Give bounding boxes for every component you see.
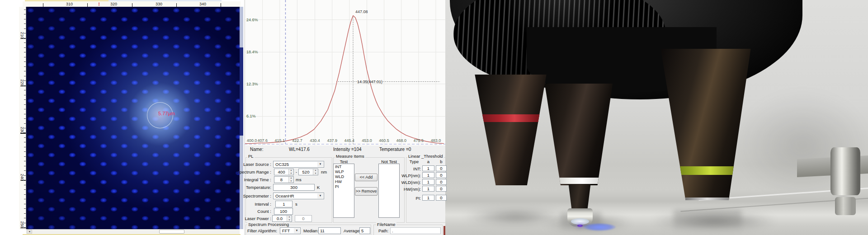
list-item[interactable]: HW	[335, 179, 353, 184]
threshold-a-field[interactable]: 1	[422, 179, 434, 185]
laser-power-value: 0.0	[273, 216, 287, 221]
temperature-unit: K	[317, 185, 320, 190]
laser-power-stepper[interactable]: 0.0 ▲▼	[272, 215, 292, 222]
spectrum-chart-canvas: 400.0407.6415.1422.7430.4437.9445.4453.0…	[245, 0, 446, 146]
svg-text:6.1%: 6.1%	[246, 114, 256, 118]
interval-unit: s	[295, 202, 297, 207]
integral-time-unit: ms	[296, 177, 302, 182]
add-button[interactable]: << Add	[355, 174, 377, 181]
horizontal-scrollbar[interactable]	[26, 229, 240, 234]
interval-field[interactable]: 1	[275, 201, 292, 207]
spectrometer-select[interactable]: OceanHR ▼	[273, 193, 324, 199]
spinner-down-icon[interactable]: ▼	[289, 180, 293, 183]
threshold-row-label: WLD(nm):	[401, 180, 421, 185]
objective-red-ring	[473, 114, 548, 122]
filter-algorithm-value: FFT	[282, 228, 290, 233]
laser-source-select[interactable]: OC325 ▼	[273, 161, 324, 168]
median-label: Median:	[303, 228, 319, 233]
scrollbar-left-arrow-icon[interactable]: ◄	[27, 230, 32, 234]
threshold-row-label: INT:	[413, 166, 421, 171]
svg-text:400.0: 400.0	[247, 138, 257, 143]
threshold-col-type: Type	[407, 159, 421, 164]
median-field[interactable]: 11	[318, 227, 341, 234]
horizontal-scrollbar-thumb[interactable]	[159, 230, 184, 234]
svg-text:422.7: 422.7	[292, 138, 302, 143]
spectrum-chart[interactable]: 400.0407.6415.1422.7430.4437.9445.4453.0…	[245, 0, 446, 146]
objective-silver-lip	[685, 197, 728, 200]
intensity-readout: Intensity =104	[333, 147, 362, 152]
temperature-label: Temperature:	[246, 185, 271, 190]
test-items-listbox[interactable]: INT WLP WLD HW PI	[333, 164, 354, 218]
v-ruler-label: 210	[20, 31, 24, 40]
spectrometer-label: Spectrometer :	[243, 193, 271, 198]
laser-spot-glow	[26, 7, 240, 229]
lens-glint	[577, 225, 583, 227]
range-from-value: 400	[274, 169, 288, 175]
v-ruler-label: 230	[20, 126, 24, 135]
spinner-down-icon[interactable]: ▼	[289, 172, 293, 175]
temperature-readout: Temperature =0	[379, 147, 411, 152]
laser-source-label: Laser Source :	[243, 162, 271, 167]
h-ruler-label: 340	[199, 2, 206, 6]
chart-info-row: Name: WL=417.6 Intensity =104 Temperatur…	[245, 146, 446, 154]
threshold-b-field[interactable]: 0	[436, 172, 447, 178]
name-label: Name:	[250, 147, 263, 152]
measurement-circle-annotation: 5.77μm	[147, 102, 173, 128]
laser-power-readback-field[interactable]: 0	[295, 215, 312, 222]
threshold-a-field[interactable]: 1	[422, 195, 434, 201]
measure-items-group-title: Measure Items	[335, 154, 365, 159]
svg-text:12.3%: 12.3%	[246, 82, 258, 86]
threshold-b-field[interactable]: 0	[436, 165, 447, 171]
not-test-listbox[interactable]	[378, 164, 400, 218]
threshold-col-a: a	[422, 159, 434, 164]
threshold-b-field[interactable]: 0	[436, 186, 447, 192]
svg-text:483.0: 483.0	[431, 138, 441, 143]
svg-text:415.1: 415.1	[275, 138, 285, 143]
temperature-field[interactable]: 300	[273, 184, 315, 191]
objective-lens-right	[658, 49, 754, 200]
spinner-down-icon[interactable]: ▼	[287, 219, 292, 222]
count-field[interactable]: 100	[274, 208, 293, 215]
list-item[interactable]: PI	[335, 184, 353, 189]
screenshot-root: 310 320 330 340 210 220 230 240 250 5.77…	[0, 0, 868, 235]
svg-text:460.5: 460.5	[379, 138, 389, 143]
vertical-scrollbar-thumb[interactable]	[240, 47, 243, 136]
list-item[interactable]: WLD	[335, 174, 353, 179]
h-ruler-label: 310	[66, 2, 73, 6]
spectrum-processing-group-title: Spectrum Processing	[247, 222, 290, 227]
svg-text:453.0: 453.0	[362, 138, 372, 143]
average-label: Average:	[344, 228, 361, 233]
ruler-cursor-mark	[99, 3, 99, 4]
threshold-b-field[interactable]: 0	[436, 195, 447, 201]
chevron-down-icon[interactable]: ▼	[317, 193, 323, 198]
threshold-a-field[interactable]: 1	[422, 172, 434, 178]
objective-lens-left	[473, 75, 548, 185]
metal-fitting	[835, 197, 856, 215]
objective-white-ring	[542, 178, 615, 184]
threshold-a-field[interactable]: 1	[422, 186, 434, 192]
remove-button[interactable]: >> Remove	[355, 187, 377, 196]
spinner-down-icon[interactable]: ▼	[313, 172, 318, 175]
chevron-down-icon[interactable]: ▼	[294, 228, 300, 233]
measurement-diameter-label: 5.77μm	[158, 111, 175, 116]
range-unit: nm	[321, 169, 327, 174]
list-item[interactable]: INT	[335, 164, 353, 169]
threshold-b-field[interactable]: 0	[436, 179, 447, 185]
svg-text:18.4%: 18.4%	[246, 50, 258, 54]
h-ruler-label: 330	[156, 2, 162, 6]
camera-image-viewport[interactable]: 5.77μm	[26, 7, 240, 229]
path-field[interactable]: .	[390, 227, 441, 234]
chevron-down-icon[interactable]: ▼	[317, 162, 323, 167]
svg-text:475.5: 475.5	[414, 138, 424, 143]
microscope-photo	[445, 0, 868, 235]
list-item[interactable]: WLP	[335, 169, 353, 174]
v-ruler-label: 250	[20, 220, 24, 229]
filter-algorithm-select[interactable]: FFT ▼	[280, 227, 301, 234]
svg-text:407.6: 407.6	[257, 138, 268, 143]
threshold-a-field[interactable]: 1	[422, 165, 434, 171]
range-from-stepper[interactable]: 400 ▲▼	[274, 169, 294, 175]
threshold-row-label: HW(nm):	[404, 187, 421, 192]
average-field[interactable]: 5	[359, 227, 370, 234]
range-to-stepper[interactable]: 520 ▲▼	[298, 169, 318, 175]
integral-time-stepper[interactable]: 8 ▲▼	[274, 176, 294, 183]
